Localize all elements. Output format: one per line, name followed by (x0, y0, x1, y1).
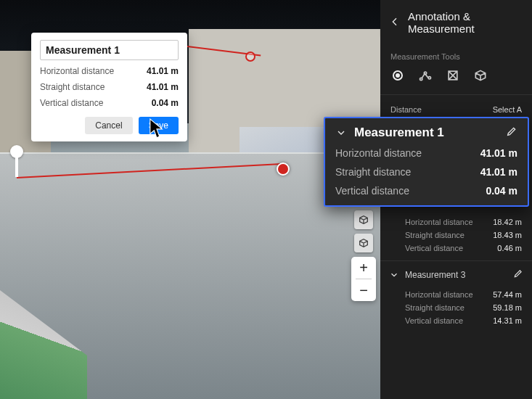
map-pin[interactable] (10, 145, 23, 158)
measurement-point[interactable] (245, 52, 255, 62)
distance-section-label: Distance (390, 105, 422, 114)
popup-row: Horizontal distance 41.01 m (40, 66, 179, 76)
panel-title: Annotation & Measurement (408, 10, 523, 35)
zoom-control: + − (351, 257, 376, 301)
save-button[interactable]: Save (139, 117, 179, 134)
measurement-item: Horizontal distance18.42 m Straight dist… (380, 215, 532, 255)
point-tool[interactable] (390, 68, 405, 83)
area-icon (446, 68, 460, 83)
measurement-name-input[interactable] (40, 40, 179, 60)
edit-button[interactable] (513, 268, 523, 281)
zoom-out-button[interactable]: − (351, 279, 376, 301)
pencil-icon (506, 126, 517, 137)
popup-label: Vertical distance (40, 98, 103, 108)
line-tool[interactable] (418, 68, 433, 83)
area-tool[interactable] (446, 68, 460, 83)
measurement-point-active[interactable] (277, 163, 290, 176)
measurement-item: Measurement 3 Horizontal distance57.44 m… (380, 261, 532, 327)
cube-icon (473, 68, 488, 83)
zoom-in-button[interactable]: + (351, 257, 376, 279)
select-all-button[interactable]: Select A (493, 105, 522, 114)
chevron-down-icon[interactable] (335, 127, 347, 139)
pencil-icon (513, 268, 523, 279)
popup-row: Straight distance 41.01 m (40, 82, 179, 92)
measurement-highlight-card: Measurement 1 Horizontal distance41.01 m… (324, 117, 529, 207)
popup-label: Horizontal distance (40, 66, 114, 76)
edit-button[interactable] (506, 126, 517, 140)
volume-tool[interactable] (473, 68, 488, 83)
back-button[interactable] (389, 16, 401, 30)
view-cube-button[interactable] (354, 234, 373, 252)
polyline-icon (418, 68, 433, 83)
measurement-edit-popup: Horizontal distance 41.01 m Straight dis… (31, 33, 187, 141)
popup-value: 41.01 m (147, 82, 179, 92)
tools-section-label: Measurement Tools (380, 42, 532, 68)
measurement-name: Measurement 3 (405, 270, 507, 280)
popup-row: Vertical distance 0.04 m (40, 98, 179, 108)
popup-value: 0.04 m (152, 98, 179, 108)
view-cube-stack (354, 210, 373, 252)
point-icon (393, 70, 403, 81)
popup-label: Straight distance (40, 82, 105, 92)
popup-value: 41.01 m (147, 66, 179, 76)
chevron-down-icon (389, 270, 399, 280)
chevron-left-icon (389, 16, 401, 28)
svg-point-2 (428, 77, 430, 79)
cancel-button[interactable]: Cancel (85, 117, 132, 134)
measurement-header[interactable]: Measurement 3 (380, 261, 532, 288)
view-cube-button[interactable] (354, 210, 373, 229)
measurement-name: Measurement 1 (354, 126, 499, 140)
